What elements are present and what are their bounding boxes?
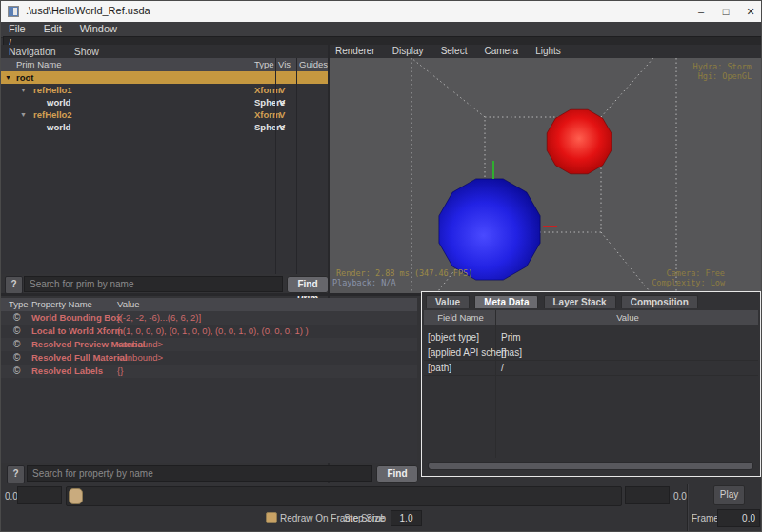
hud-hgi: Hgi: OpenGL bbox=[698, 72, 752, 82]
tab-show[interactable]: Show bbox=[67, 45, 107, 57]
meta-row-path[interactable]: [path] / bbox=[424, 361, 758, 376]
property-row[interactable]: © Resolved Full Material <unbound> bbox=[1, 351, 417, 365]
tree-row-world2[interactable]: world Sphere V bbox=[1, 121, 328, 133]
prim-search-row: ? Find Prim bbox=[1, 275, 328, 293]
app-icon bbox=[8, 6, 19, 17]
computed-attr-icon: © bbox=[13, 351, 20, 365]
menu-select[interactable]: Select bbox=[441, 45, 476, 56]
property-value: <unbound> bbox=[117, 338, 163, 351]
prim-search-input[interactable] bbox=[24, 276, 283, 292]
tree-row-root[interactable]: ▼ root bbox=[1, 71, 328, 84]
prim-type: Xform bbox=[254, 108, 280, 121]
range-start-input[interactable] bbox=[17, 486, 62, 504]
prim-vis[interactable]: V bbox=[279, 121, 285, 133]
frame-slider-handle[interactable] bbox=[69, 488, 83, 504]
tree-row-world1[interactable]: world Sphere V bbox=[1, 96, 328, 108]
tree-header: Prim Name Type Vis Guides bbox=[1, 58, 328, 71]
play-button[interactable]: Play bbox=[713, 485, 745, 505]
menu-window[interactable]: Window bbox=[72, 22, 125, 35]
range-start-label: 0.0 bbox=[5, 491, 18, 502]
step-size-label: Step Size bbox=[344, 513, 385, 523]
prim-name: world bbox=[47, 121, 70, 133]
col-prop-value: Value bbox=[117, 299, 140, 309]
close-button[interactable]: ✕ bbox=[738, 1, 762, 22]
expander-icon[interactable]: ▼ bbox=[20, 108, 27, 121]
property-row[interactable]: © Resolved Preview Material <unbound> bbox=[1, 338, 417, 351]
menu-lights[interactable]: Lights bbox=[535, 45, 570, 56]
meta-row-object-type[interactable]: [object type] Prim bbox=[424, 330, 758, 345]
find-prop-button[interactable]: Find Prop bbox=[376, 465, 418, 483]
col-guides: Guides bbox=[299, 59, 328, 69]
property-search-row: ? Find Prop bbox=[1, 464, 417, 483]
menu-camera[interactable]: Camera bbox=[484, 45, 527, 56]
property-name: World Bounding Box bbox=[31, 311, 121, 325]
menu-renderer[interactable]: Renderer bbox=[335, 45, 384, 56]
menu-display[interactable]: Display bbox=[392, 45, 432, 56]
viewport-canvas[interactable] bbox=[330, 58, 762, 296]
property-row[interactable]: © World Bounding Box [(-2, -2, -6)...(6,… bbox=[1, 311, 417, 325]
timeline-bar: 0.0 0.0 Play Redraw On Frame Scrub Step … bbox=[1, 483, 762, 532]
titlebar: .\usd\HelloWorld_Ref.usda – □ ✕ bbox=[1, 1, 762, 22]
col-field-name: Field Name bbox=[424, 310, 497, 325]
expander-icon[interactable]: ▼ bbox=[20, 84, 27, 96]
computed-attr-icon: © bbox=[13, 338, 20, 351]
prim-vis[interactable]: V bbox=[279, 96, 285, 108]
frame-slider-track[interactable] bbox=[66, 486, 622, 506]
horizontal-splitter[interactable] bbox=[1, 293, 421, 296]
tree-column-divider bbox=[251, 58, 251, 274]
frame-input[interactable] bbox=[717, 509, 760, 527]
property-name: Local to World Xform bbox=[31, 325, 123, 338]
window-title: .\usd\HelloWorld_Ref.usda bbox=[26, 5, 150, 16]
computed-attr-icon: © bbox=[13, 365, 20, 378]
prim-vis[interactable]: V bbox=[279, 108, 285, 121]
range-end-label: 0.0 bbox=[673, 491, 687, 502]
tab-meta-data[interactable]: Meta Data bbox=[474, 295, 538, 308]
prop-search-help-button[interactable]: ? bbox=[7, 465, 25, 483]
timeline-divider bbox=[687, 484, 689, 532]
tab-layer-stack[interactable]: Layer Stack bbox=[544, 295, 616, 308]
property-name: Resolved Full Material bbox=[31, 351, 127, 365]
tab-value[interactable]: Value bbox=[426, 295, 470, 308]
field-name: [object type] bbox=[428, 330, 479, 345]
col-vis: Vis bbox=[278, 59, 291, 69]
menu-edit[interactable]: Edit bbox=[36, 22, 70, 35]
meta-row-api-schemas[interactable]: [applied API schemas] [] bbox=[424, 345, 758, 361]
expander-icon[interactable]: ▼ bbox=[5, 71, 11, 84]
blue-sphere-prim[interactable] bbox=[439, 179, 540, 280]
tab-navigation[interactable]: Navigation bbox=[1, 45, 64, 57]
property-row[interactable]: © Resolved Labels {} bbox=[1, 365, 417, 378]
prim-name: refHello1 bbox=[33, 84, 72, 96]
inspector-panel: Value Meta Data Layer Stack Composition … bbox=[421, 291, 761, 477]
field-name: [path] bbox=[428, 361, 451, 375]
prim-name: refHello2 bbox=[33, 108, 72, 121]
inspector-hscrollbar[interactable] bbox=[429, 463, 752, 469]
inspector-table-header: Field Name Value bbox=[424, 310, 758, 325]
find-prim-button[interactable]: Find Prim bbox=[287, 276, 329, 293]
property-row[interactable]: © Local to World Xform ( (1, 0, 0, 0), (… bbox=[1, 325, 417, 338]
prim-search-help-button[interactable]: ? bbox=[5, 276, 23, 294]
hud-playback: Playback: N/A bbox=[332, 279, 396, 288]
red-sphere-prim[interactable] bbox=[547, 109, 612, 174]
inspector-hscrollbar-track[interactable] bbox=[428, 462, 753, 470]
redraw-checkbox[interactable] bbox=[266, 512, 277, 523]
prop-search-input[interactable] bbox=[27, 465, 372, 482]
prim-type: Xform bbox=[254, 84, 280, 96]
minimize-button[interactable]: – bbox=[689, 1, 713, 22]
computed-attr-icon: © bbox=[13, 325, 20, 338]
maximize-button[interactable]: □ bbox=[713, 1, 738, 22]
viewport-menubar: Renderer Display Select Camera Lights bbox=[330, 45, 762, 58]
range-end-input[interactable] bbox=[625, 486, 670, 504]
tree-row-refhello1[interactable]: ▼ refHello1 Xform V bbox=[1, 84, 328, 96]
step-size-input[interactable] bbox=[391, 510, 422, 526]
field-name: [applied API schemas] bbox=[428, 345, 522, 360]
menu-file[interactable]: File bbox=[1, 22, 33, 35]
property-header: Type Property Name Value bbox=[1, 298, 417, 311]
field-value: Prim bbox=[501, 330, 521, 345]
property-value: [(-2, -2, -6)...(6, 6, 2)] bbox=[117, 311, 201, 325]
tab-composition[interactable]: Composition bbox=[621, 295, 698, 308]
prim-vis[interactable]: V bbox=[279, 84, 285, 96]
field-value: / bbox=[501, 361, 504, 375]
tree-row-refhello2[interactable]: ▼ refHello2 Xform V bbox=[1, 108, 328, 121]
col-type: Type bbox=[254, 59, 274, 69]
property-value: ( (1, 0, 0, 0), (0, 1, 0, 0), (0, 0, 1, … bbox=[117, 325, 309, 338]
